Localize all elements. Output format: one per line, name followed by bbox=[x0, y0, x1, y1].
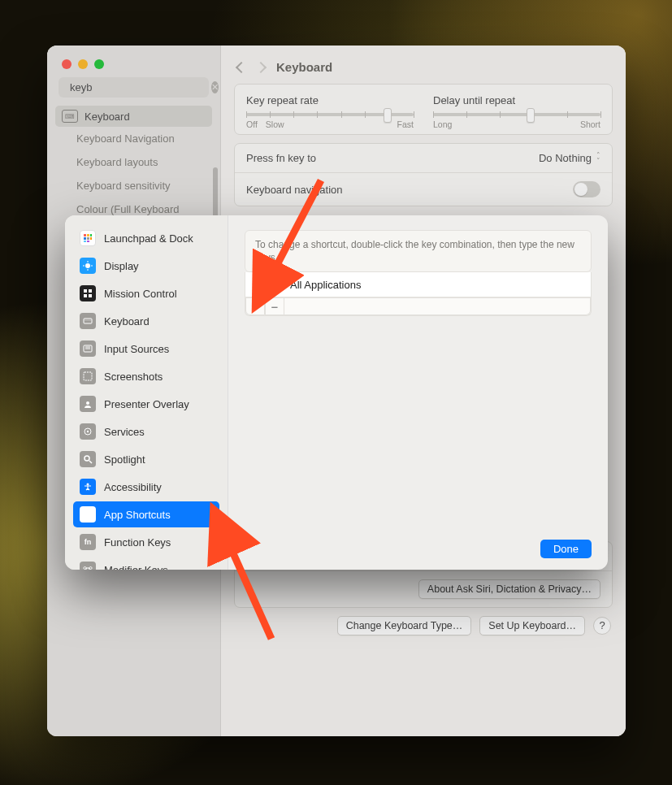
category-label: Keyboard bbox=[104, 316, 150, 327]
keyboard-icon: ⌨ bbox=[62, 110, 78, 123]
svg-rect-1 bbox=[87, 234, 89, 236]
svg-point-29 bbox=[85, 456, 89, 461]
keyboard2-icon bbox=[80, 313, 96, 329]
nav-back-icon[interactable] bbox=[236, 61, 247, 72]
category-label: Display bbox=[104, 261, 139, 271]
app-icon bbox=[267, 277, 282, 292]
traffic-lights bbox=[47, 46, 220, 77]
search-field[interactable]: ✕ bbox=[59, 77, 209, 98]
disclosure-chevron-icon[interactable] bbox=[253, 280, 261, 288]
category-apps[interactable]: App Shortcuts bbox=[73, 501, 219, 527]
category-presenter[interactable]: Presenter Overlay bbox=[73, 391, 219, 417]
svg-rect-13 bbox=[84, 289, 87, 293]
zoom-window-icon[interactable] bbox=[94, 59, 104, 69]
done-button[interactable]: Done bbox=[540, 540, 592, 558]
remove-shortcut-button[interactable]: − bbox=[265, 297, 284, 315]
access-icon bbox=[80, 479, 96, 495]
input-icon bbox=[80, 340, 96, 357]
key-repeat-label: Key repeat rate bbox=[246, 94, 414, 106]
svg-rect-2 bbox=[90, 234, 92, 236]
svg-rect-6 bbox=[84, 241, 86, 242]
category-access[interactable]: Accessibility bbox=[73, 474, 219, 500]
launchpad-icon bbox=[80, 230, 96, 246]
category-label: Spotlight bbox=[104, 454, 145, 465]
category-launchpad[interactable]: Launchpad & Dock bbox=[73, 225, 219, 251]
category-label: Mission Control bbox=[104, 288, 177, 299]
category-label: Modifier Keys bbox=[104, 565, 168, 570]
services-icon bbox=[80, 423, 96, 440]
category-label: Screenshots bbox=[104, 371, 163, 382]
category-display[interactable]: Display bbox=[73, 253, 219, 279]
fn-label: Press fn key to bbox=[246, 152, 316, 164]
delay-repeat-label: Delay until repeat bbox=[433, 94, 600, 106]
repeat-panel: Key repeat rate Off Slow Fast bbox=[234, 84, 613, 135]
sidebar-item-label: Keyboard bbox=[85, 111, 130, 123]
category-fn[interactable]: fnFunction Keys bbox=[73, 529, 219, 555]
keyboard-navigation-toggle[interactable] bbox=[573, 181, 600, 197]
svg-line-30 bbox=[89, 461, 92, 463]
svg-point-20 bbox=[89, 320, 89, 321]
category-mod[interactable]: Modifier Keys bbox=[73, 557, 219, 570]
key-repeat-section: Key repeat rate Off Slow Fast bbox=[246, 94, 414, 129]
page-title: Keyboard bbox=[276, 60, 332, 74]
add-shortcut-button[interactable]: + bbox=[245, 297, 265, 315]
screens-icon bbox=[80, 368, 96, 384]
fn-value: Do Nothing bbox=[539, 152, 592, 164]
shortcuts-row-all-applications[interactable]: All Applications bbox=[245, 272, 591, 297]
keyboard-navigation-row: Keyboard navigation bbox=[235, 172, 612, 206]
category-label: Accessibility bbox=[104, 482, 162, 492]
svg-rect-7 bbox=[87, 241, 89, 242]
svg-rect-14 bbox=[89, 289, 92, 293]
main-header: Keyboard bbox=[221, 46, 626, 84]
svg-point-21 bbox=[90, 320, 91, 321]
change-keyboard-type-button[interactable]: Change Keyboard Type… bbox=[337, 616, 472, 635]
fn-row[interactable]: Press fn key to Do Nothing ˄˅ bbox=[235, 144, 612, 172]
shortcuts-hint: To change a shortcut, double-click the k… bbox=[245, 230, 592, 272]
svg-point-8 bbox=[85, 263, 90, 268]
svg-point-26 bbox=[86, 401, 89, 405]
svg-rect-3 bbox=[84, 237, 86, 240]
search-input[interactable] bbox=[70, 81, 206, 93]
svg-rect-0 bbox=[84, 234, 86, 236]
category-label: Input Sources bbox=[104, 344, 169, 354]
category-screens[interactable]: Screenshots bbox=[73, 363, 219, 389]
help-button[interactable]: ? bbox=[593, 617, 611, 635]
spotlight-icon bbox=[80, 451, 96, 467]
sidebar-subitem[interactable]: Keyboard layouts bbox=[76, 150, 212, 174]
keyboard-navigation-label: Keyboard navigation bbox=[246, 184, 343, 196]
chevron-updown-icon: ˄˅ bbox=[596, 153, 600, 164]
nav-forward-icon[interactable] bbox=[255, 61, 267, 72]
display-icon bbox=[80, 258, 96, 274]
minimize-window-icon[interactable] bbox=[78, 59, 88, 69]
svg-rect-16 bbox=[89, 294, 92, 297]
category-services[interactable]: Services bbox=[73, 419, 219, 445]
sidebar-item-keyboard[interactable]: ⌨ Keyboard bbox=[55, 106, 212, 127]
svg-rect-17 bbox=[84, 319, 92, 323]
apps-icon bbox=[80, 506, 96, 523]
shortcuts-table: All Applications + − bbox=[245, 272, 592, 316]
clear-search-icon[interactable]: ✕ bbox=[211, 81, 219, 93]
category-label: Services bbox=[104, 427, 145, 437]
category-mission[interactable]: Mission Control bbox=[73, 280, 219, 306]
fn-icon: fn bbox=[80, 534, 96, 550]
setup-keyboard-button[interactable]: Set Up Keyboard… bbox=[479, 616, 585, 635]
shortcuts-sheet: Launchpad & DockDisplayMission ControlKe… bbox=[65, 215, 608, 570]
category-spotlight[interactable]: Spotlight bbox=[73, 446, 219, 472]
svg-rect-15 bbox=[84, 294, 87, 297]
sidebar-subitem[interactable]: Keyboard sensitivity bbox=[76, 174, 212, 197]
slider-end-slow: Slow bbox=[266, 119, 284, 129]
delay-repeat-slider[interactable] bbox=[433, 113, 600, 116]
svg-rect-25 bbox=[84, 372, 92, 380]
category-label: Presenter Overlay bbox=[104, 399, 189, 410]
key-repeat-slider[interactable] bbox=[246, 113, 414, 116]
category-input[interactable]: Input Sources bbox=[73, 336, 219, 362]
mod-icon bbox=[80, 562, 96, 570]
sheet-category-list: Launchpad & DockDisplayMission ControlKe… bbox=[65, 215, 228, 570]
sidebar-subitem[interactable]: Keyboard Navigation bbox=[76, 127, 212, 150]
close-window-icon[interactable] bbox=[62, 59, 72, 69]
row-label: All Applications bbox=[290, 279, 361, 291]
category-keyboard2[interactable]: Keyboard bbox=[73, 308, 219, 334]
category-label: Launchpad & Dock bbox=[104, 233, 193, 244]
about-siri-button[interactable]: About Ask Siri, Dictation & Privacy… bbox=[418, 579, 600, 599]
svg-rect-5 bbox=[90, 237, 92, 240]
